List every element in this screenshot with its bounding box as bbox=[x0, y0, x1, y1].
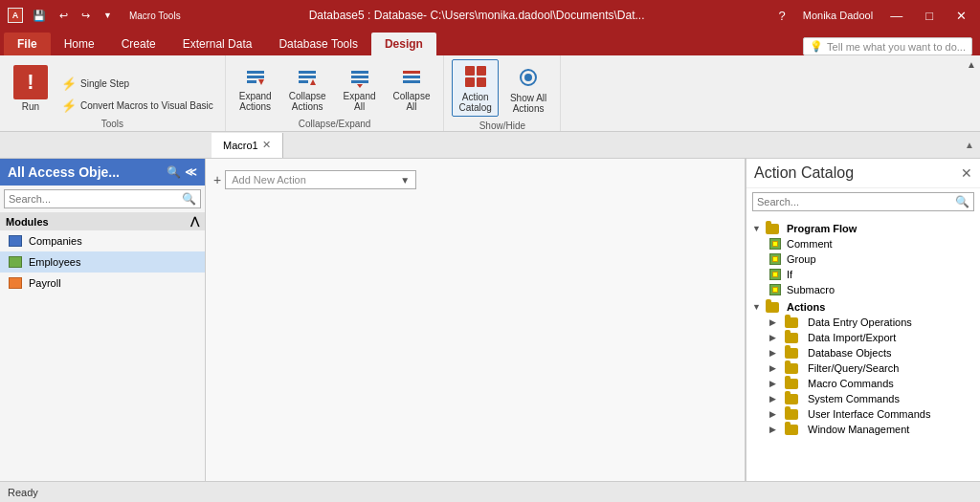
macro-tab-label: Macro1 bbox=[223, 140, 258, 151]
run-label: Run bbox=[22, 101, 39, 112]
tree-item-if[interactable]: If bbox=[746, 267, 980, 282]
status-text: Ready bbox=[8, 487, 38, 498]
convert-icon: ⚡ bbox=[61, 98, 77, 113]
tree-item-filter-query-search[interactable]: ▶ Filter/Query/Search bbox=[746, 360, 980, 376]
sidebar-item-companies[interactable]: Companies bbox=[0, 230, 205, 251]
title-bar: A 💾 ↩ ↪ ▼ Macro Tools Database5 : Databa… bbox=[0, 0, 980, 31]
tree-item-submacro[interactable]: Submacro bbox=[746, 282, 980, 297]
search-toggle-btn[interactable]: 🔍 bbox=[167, 165, 181, 179]
modules-collapse-icon: ⋀ bbox=[190, 215, 199, 228]
minimize-btn[interactable]: — bbox=[884, 7, 908, 25]
add-action-row: + Add New Action ▼ bbox=[213, 170, 737, 189]
tree-item-ui-commands[interactable]: ▶ User Interface Commands bbox=[746, 406, 980, 422]
redo-btn[interactable]: ↪ bbox=[78, 8, 94, 24]
tree-item-window-management[interactable]: ▶ Window Management bbox=[746, 422, 980, 437]
undo-btn[interactable]: ↩ bbox=[56, 8, 72, 24]
sidebar-search-input[interactable] bbox=[9, 193, 182, 205]
tree-item-group[interactable]: Group bbox=[746, 251, 980, 267]
sidebar: All Access Obje... 🔍 ≪ 🔍 Modules ⋀ Compa… bbox=[0, 159, 206, 481]
expand-actions-button[interactable]: ExpandActions bbox=[234, 63, 278, 115]
sidebar-search[interactable]: 🔍 bbox=[4, 189, 201, 208]
tree-item-data-entry-ops[interactable]: ▶ Data Entry Operations bbox=[746, 315, 980, 330]
add-action-dropdown[interactable]: Add New Action ▼ bbox=[225, 170, 416, 189]
tab-create[interactable]: Create bbox=[108, 33, 169, 55]
action-catalog-search[interactable]: 🔍 bbox=[752, 192, 974, 211]
svg-rect-6 bbox=[299, 80, 308, 83]
table-icon bbox=[9, 235, 22, 247]
if-label: If bbox=[787, 269, 792, 280]
svg-point-20 bbox=[524, 74, 532, 81]
tab-database-tools[interactable]: Database Tools bbox=[265, 33, 371, 55]
expand-all-button[interactable]: ExpandAll bbox=[338, 63, 382, 115]
tab-external-data[interactable]: External Data bbox=[169, 33, 266, 55]
tab-home[interactable]: Home bbox=[51, 33, 108, 55]
tree-item-data-import-export[interactable]: ▶ Data Import/Export bbox=[746, 330, 980, 345]
close-btn[interactable]: ✕ bbox=[950, 7, 972, 25]
action-catalog-button[interactable]: ActionCatalog bbox=[452, 59, 498, 117]
action-catalog-panel: Action Catalog ✕ 🔍 ▼ Program Flow bbox=[746, 159, 980, 481]
tell-me-bar[interactable]: 💡 Tell me what you want to do... bbox=[803, 37, 972, 55]
svg-rect-13 bbox=[403, 76, 420, 78]
tree-item-macro-commands[interactable]: ▶ Macro Commands bbox=[746, 376, 980, 391]
ui-commands-label: User Interface Commands bbox=[808, 408, 930, 420]
tree-group-program-flow: ▼ Program Flow Comment Group If bbox=[746, 221, 980, 297]
svg-rect-12 bbox=[403, 71, 420, 74]
single-step-button[interactable]: ⚡ Single Step bbox=[57, 75, 217, 93]
collapse-all-button[interactable]: CollapseAll bbox=[388, 63, 436, 115]
ribbon-collapse-btn[interactable]: ▲ bbox=[967, 55, 980, 131]
title-bar-right: ? Monika Dadool — □ ✕ bbox=[773, 7, 972, 25]
actions-folder-icon bbox=[766, 302, 779, 313]
svg-rect-17 bbox=[465, 77, 475, 87]
tab-design[interactable]: Design bbox=[371, 33, 436, 55]
modules-section-header[interactable]: Modules ⋀ bbox=[0, 212, 205, 230]
tab-file[interactable]: File bbox=[4, 33, 51, 55]
tree-item-system-commands[interactable]: ▶ System Commands bbox=[746, 391, 980, 406]
companies-icon bbox=[8, 233, 23, 249]
macro-tab-close-btn[interactable]: ✕ bbox=[262, 139, 271, 151]
data-entry-ops-label: Data Entry Operations bbox=[808, 316, 912, 328]
window-management-label: Window Management bbox=[808, 424, 909, 435]
convert-macros-button[interactable]: ⚡ Convert Macros to Visual Basic bbox=[57, 97, 217, 115]
show-all-actions-label: Show AllActions bbox=[510, 93, 546, 114]
data-import-export-folder bbox=[785, 333, 798, 343]
help-btn[interactable]: ? bbox=[773, 7, 791, 25]
add-action-plus-icon[interactable]: + bbox=[213, 172, 221, 187]
show-all-actions-icon bbox=[515, 64, 542, 91]
user-name: Monika Dadool bbox=[803, 10, 873, 21]
tree-item-comment[interactable]: Comment bbox=[746, 236, 980, 251]
collapse-all-right[interactable]: ▲ bbox=[965, 140, 974, 150]
comment-label: Comment bbox=[787, 238, 833, 250]
svg-rect-16 bbox=[477, 66, 486, 76]
svg-rect-8 bbox=[351, 71, 368, 74]
svg-rect-15 bbox=[465, 66, 475, 76]
action-catalog-close-btn[interactable]: ✕ bbox=[961, 165, 972, 181]
maximize-btn[interactable]: □ bbox=[920, 7, 939, 25]
actions-header[interactable]: ▼ Actions bbox=[746, 299, 980, 315]
svg-rect-9 bbox=[351, 76, 368, 78]
action-catalog-icon bbox=[462, 63, 489, 90]
show-hide-buttons: ActionCatalog Show AllActions bbox=[452, 59, 552, 119]
payroll-icon bbox=[8, 275, 23, 291]
dropdown-arrow-icon: ▼ bbox=[400, 175, 410, 186]
catalog-search-input[interactable] bbox=[757, 196, 955, 207]
save-qat-btn[interactable]: 💾 bbox=[29, 8, 50, 24]
macro-tab[interactable]: Macro1 ✕ bbox=[212, 133, 283, 158]
svg-marker-3 bbox=[258, 79, 264, 85]
window-management-chevron: ▶ bbox=[769, 425, 779, 434]
status-bar: Ready bbox=[0, 481, 980, 502]
sidebar-options-btn[interactable]: ≪ bbox=[185, 165, 197, 179]
sidebar-item-employees[interactable]: Employees bbox=[0, 251, 205, 273]
program-flow-header[interactable]: ▼ Program Flow bbox=[746, 221, 980, 236]
ribbon-group-show-hide: ActionCatalog Show AllActions Show/Hide bbox=[444, 55, 561, 131]
single-step-label: Single Step bbox=[80, 78, 129, 89]
run-button[interactable]: ! Run bbox=[8, 62, 54, 115]
svg-rect-10 bbox=[351, 80, 368, 83]
add-action-label: Add New Action bbox=[232, 174, 306, 186]
show-all-actions-button[interactable]: Show AllActions bbox=[504, 61, 552, 117]
qat-dropdown[interactable]: ▼ bbox=[100, 9, 116, 22]
tree-item-database-objects[interactable]: ▶ Database Objects bbox=[746, 345, 980, 360]
sidebar-item-payroll[interactable]: Payroll bbox=[0, 273, 205, 294]
collapse-actions-button[interactable]: CollapseActions bbox=[283, 63, 332, 115]
action-catalog-label: ActionCatalog bbox=[458, 92, 491, 113]
modules-label: Modules bbox=[6, 216, 49, 228]
